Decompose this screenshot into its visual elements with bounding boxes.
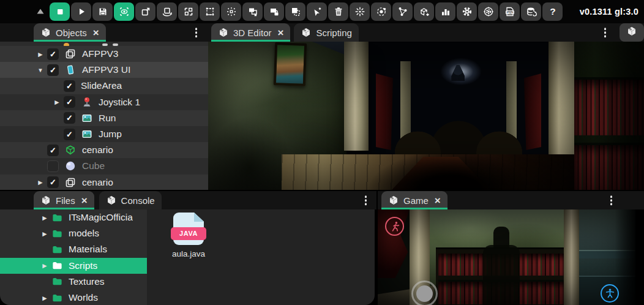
files-grid[interactable]: JAVAaula.java	[147, 209, 375, 305]
files-tree[interactable]: ▶ITsMagicOfficia▶modelsMaterials▶Scripts…	[0, 209, 147, 305]
sprite-icon	[81, 112, 93, 124]
touch-mode-tool-button[interactable]	[307, 2, 327, 21]
folder-row[interactable]: ▶Scripts	[0, 258, 147, 274]
scene-vignette	[208, 42, 644, 190]
help-button[interactable]: ?	[542, 2, 563, 21]
close-icon[interactable]: ×	[435, 195, 441, 206]
pivot-tool-button[interactable]	[221, 2, 241, 21]
object-row[interactable]: ▶✓Joystick 1	[0, 94, 208, 110]
expand-expand-icon[interactable]: ▶	[34, 179, 47, 186]
lock-object-tool-button[interactable]	[264, 2, 284, 21]
rect-select-tool-button[interactable]	[200, 2, 220, 21]
object-row[interactable]: ✓Run	[0, 110, 208, 126]
statistics-button[interactable]	[435, 2, 455, 21]
folder-row[interactable]: Materials	[0, 241, 147, 257]
files-panel-menu-icon[interactable]	[362, 193, 370, 208]
tab-objects[interactable]: Objects×	[34, 23, 106, 42]
translate-tool-button[interactable]	[135, 2, 155, 21]
stats-icon	[440, 6, 452, 18]
files-tab-strip: Files×Console	[0, 191, 376, 209]
tab-console[interactable]: Console	[99, 191, 162, 209]
objects-tab-zone: Objects×	[0, 23, 208, 42]
build-settings-button[interactable]	[478, 2, 498, 21]
panel-cube-button[interactable]	[620, 23, 644, 42]
expand-collapse-icon[interactable]: ▼	[34, 67, 47, 73]
visibility-checkbox[interactable]: ✓	[47, 176, 59, 188]
tab-scripting[interactable]: Scripting	[294, 23, 358, 42]
save-button[interactable]	[92, 2, 113, 21]
visibility-checkbox[interactable]: ✓	[64, 96, 75, 108]
visibility-checkbox[interactable]	[47, 160, 59, 172]
bring-forward-icon	[247, 6, 259, 18]
objects-panel-menu-icon[interactable]	[193, 25, 200, 40]
touch-icon	[311, 6, 323, 18]
object-label: AFPPV3 UI	[82, 64, 130, 75]
prefab-icon	[64, 48, 77, 60]
editor-panel-menu-icon[interactable]	[602, 25, 609, 40]
object-row[interactable]: ▶✓AFPPV3	[0, 46, 208, 62]
tab-game[interactable]: Game×	[381, 191, 447, 209]
object-row[interactable]: ✓Jump	[0, 126, 208, 142]
expand-icon[interactable]: ▶	[38, 295, 51, 301]
orbit-view-button[interactable]	[371, 2, 391, 21]
expand-expand-icon[interactable]: ▶	[50, 99, 64, 105]
bring-forward-tool-button[interactable]	[242, 2, 263, 21]
object-row[interactable]: ✓cenario	[0, 142, 208, 158]
node-graph-button[interactable]	[392, 2, 413, 21]
java-file-icon: JAVA	[173, 213, 204, 245]
box-icon	[626, 26, 637, 39]
3d-editor-viewport[interactable]	[208, 42, 644, 190]
play-button[interactable]	[71, 2, 91, 21]
rotate-icon	[161, 6, 173, 18]
virtual-joystick[interactable]	[411, 281, 438, 305]
expand-icon[interactable]: ▶	[38, 214, 51, 221]
delete-object-button[interactable]	[328, 2, 348, 21]
folder-row[interactable]: ▶ITsMagicOfficia	[0, 209, 147, 225]
close-icon[interactable]: ×	[278, 28, 284, 38]
object-row[interactable]: ▶✓cenario	[0, 175, 208, 190]
game-panel-menu-icon[interactable]	[608, 193, 615, 208]
duplicate-tool-button[interactable]	[285, 2, 305, 21]
save-icon	[97, 6, 109, 18]
object-label: Cube	[82, 160, 105, 171]
settings-button[interactable]	[457, 2, 477, 21]
joystick-knob[interactable]	[416, 285, 433, 302]
scale-icon	[182, 6, 195, 18]
database-sync-button[interactable]	[521, 2, 541, 21]
visibility-checkbox[interactable]: ✓	[64, 112, 75, 124]
visibility-checkbox[interactable]: ✓	[47, 64, 59, 76]
file-item[interactable]: JAVAaula.java	[160, 213, 217, 258]
object-row[interactable]: Cube	[0, 158, 208, 174]
tab-editor3d[interactable]: 3D Editor×	[211, 23, 290, 42]
close-icon[interactable]: ×	[81, 195, 88, 206]
add-object-button[interactable]	[414, 2, 434, 21]
run-indicator-button[interactable]	[385, 217, 404, 236]
folder-row[interactable]: Textures	[0, 274, 147, 290]
rotate-tool-button[interactable]	[157, 2, 177, 21]
close-icon[interactable]: ×	[93, 28, 99, 38]
visibility-checkbox[interactable]: ✓	[47, 145, 59, 156]
accessibility-button[interactable]	[601, 284, 619, 303]
light-flare-button[interactable]	[350, 2, 370, 21]
scene-visibility-button[interactable]	[114, 2, 134, 21]
folder-row[interactable]: ▶models	[0, 225, 147, 241]
expand-expand-icon[interactable]: ▶	[34, 51, 47, 58]
stop-button[interactable]	[50, 2, 70, 21]
folder-label: Textures	[69, 276, 105, 287]
objects-hierarchy-panel[interactable]: ▶✓AFPPV3▼✓AFPPV3 UI✓SlideArea▶✓Joystick …	[0, 42, 208, 190]
expand-icon[interactable]: ▶	[38, 262, 51, 269]
game-viewport[interactable]	[378, 209, 635, 305]
visibility-checkbox[interactable]: ✓	[64, 80, 75, 92]
panel-collapse-button[interactable]	[32, 2, 48, 21]
folder-row[interactable]: ▶Worlds	[0, 290, 147, 305]
object-row[interactable]: ▼✓AFPPV3 UI	[0, 62, 208, 78]
object-row[interactable]: ✓SlideArea	[0, 78, 208, 94]
triangle-up-icon	[34, 6, 47, 18]
visibility-checkbox[interactable]: ✓	[47, 48, 59, 60]
tab-files[interactable]: Files×	[34, 191, 94, 209]
export-apk-button[interactable]: APK	[500, 2, 520, 21]
expand-icon[interactable]: ▶	[38, 230, 51, 237]
visibility-checkbox[interactable]: ✓	[64, 129, 75, 140]
translate-icon	[140, 6, 152, 18]
scale-tool-button[interactable]	[178, 2, 198, 21]
